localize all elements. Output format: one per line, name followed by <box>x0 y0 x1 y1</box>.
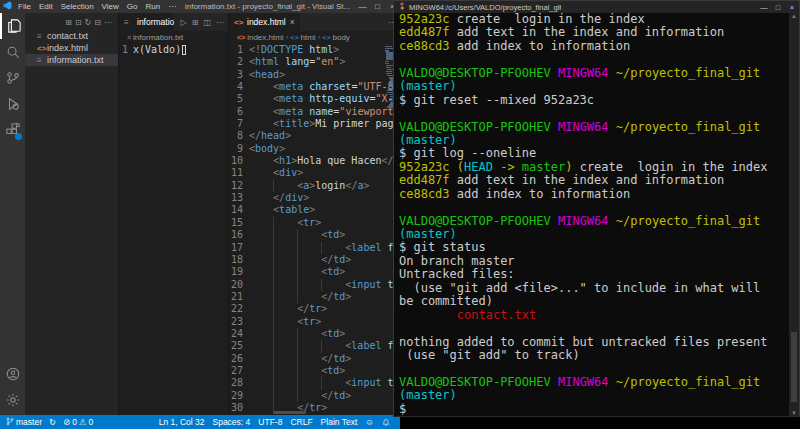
new-folder-icon[interactable]: ⊡ <box>75 18 82 27</box>
line-content: <tr> <box>249 217 321 229</box>
cursor-position[interactable]: Ln 1, Col 32 <box>159 417 205 427</box>
notifications-bell-icon[interactable] <box>382 418 390 427</box>
terminal-output[interactable]: 952a23c create login in the indexedd487f… <box>394 13 789 416</box>
code-token: > <box>339 56 345 67</box>
accounts-icon[interactable] <box>0 361 25 387</box>
code-token: > <box>363 180 369 191</box>
file-item-information.txt[interactable]: ≡information.txt <box>25 54 118 66</box>
editor-action-icon[interactable]: ◫ <box>203 18 211 27</box>
horizontal-scrollbar[interactable] <box>274 411 306 414</box>
tab-information-txt[interactable]: ≡ information.t <box>119 13 175 31</box>
file-name: contact.txt <box>47 31 88 41</box>
refresh-icon[interactable]: ↻ <box>85 18 92 27</box>
indentation[interactable]: Spaces: 4 <box>213 417 251 427</box>
indent-guide <box>273 377 297 389</box>
editor-action-icon[interactable]: ⊞ <box>192 18 199 27</box>
file-item-index.html[interactable]: <>index.html <box>25 42 118 54</box>
breadcrumb-item[interactable]: html <box>301 33 316 42</box>
tabbar-1: ≡ information.t ▷⊞◫⋯ <box>119 13 228 31</box>
editor-action-icon[interactable]: ⋯ <box>216 18 224 27</box>
terminal-text <box>551 214 558 228</box>
settings-gear-icon[interactable] <box>0 387 25 413</box>
breadcrumb-2[interactable]: <>index.html›<>html›<>body <box>229 31 400 44</box>
activity-source-control-icon[interactable] <box>0 65 25 91</box>
scrollbar-thumb[interactable] <box>791 332 797 402</box>
text-cursor <box>182 45 186 55</box>
terminal-line <box>399 322 789 335</box>
editor-1-code[interactable]: 1x(Valdo) <box>119 44 228 415</box>
terminal-text: (master) <box>399 388 457 402</box>
sync-button[interactable]: ↻ <box>49 417 56 427</box>
more-actions-icon[interactable]: ⋯ <box>104 18 112 27</box>
terminal-line: (use "git add <file>..." to include in w… <box>399 282 789 295</box>
file-item-contact.txt[interactable]: ≡contact.txt <box>25 30 118 42</box>
tab-close-icon[interactable]: × <box>290 17 295 27</box>
indent-guide <box>321 279 345 291</box>
code-line: 11<div> <box>229 167 400 179</box>
collapse-folders-icon[interactable]: ⊟ <box>94 18 101 27</box>
line-content: <meta http-equiv="X-UA-Compatible"> <box>249 93 400 105</box>
terminal-line: ce88cd3 add index to information <box>399 40 789 53</box>
indent-guide <box>249 390 273 402</box>
code-line: 29</td> <box>229 390 400 402</box>
minimize-button[interactable]: — <box>355 2 370 11</box>
code-token: Hola que Hacen <box>297 155 381 166</box>
terminal-maximize-button[interactable]: □ <box>771 3 785 12</box>
indent-guide <box>297 390 321 402</box>
line-content: <h1>Hola que Hacen</h1> <box>249 155 400 167</box>
new-file-icon[interactable]: ⊞ <box>65 18 72 27</box>
language-mode[interactable]: Plain Text <box>321 417 358 427</box>
code-token: name <box>309 106 333 117</box>
indent-guide <box>273 217 297 229</box>
code-line: 5<meta http-equiv="X-UA-Compatible"> <box>229 93 400 105</box>
menu-bar: FileEditSelectionViewGoRun⋯ <box>14 2 180 11</box>
line-content: <input type="text"> <box>249 279 400 291</box>
tab-index-html[interactable]: <> index.html × <box>229 13 301 31</box>
activity-extensions-icon[interactable] <box>0 117 25 143</box>
line-number: 23 <box>229 316 249 328</box>
editor-2-code[interactable]: 1<!DOCTYPE html>2<html lang="en">3<head>… <box>229 44 400 415</box>
menu-item-view[interactable]: View <box>98 2 123 11</box>
breadcrumb-1[interactable]: ≡ information.txt <box>119 31 228 44</box>
menu-item-edit[interactable]: Edit <box>35 2 57 11</box>
scroll-down-icon[interactable]: ▼ <box>791 410 797 416</box>
eol[interactable]: CRLF <box>290 417 312 427</box>
activity-run-debug-icon[interactable] <box>0 91 25 117</box>
terminal-text: be committed) <box>399 294 493 308</box>
terminal-minimize-button[interactable]: — <box>757 3 771 12</box>
breadcrumb-item[interactable]: index.html <box>247 33 283 42</box>
menu-item-go[interactable]: Go <box>123 2 142 11</box>
terminal-line: (use "git add" to track) <box>399 349 789 362</box>
code-token: login <box>315 180 345 191</box>
activity-explorer-icon[interactable] <box>0 13 25 39</box>
code-token: </ <box>297 303 309 314</box>
breadcrumb-item[interactable]: information.txt <box>133 33 183 42</box>
terminal-text: edd487f <box>399 25 450 39</box>
extensions-badge <box>15 133 22 140</box>
activity-search-icon[interactable] <box>0 39 25 65</box>
editor-action-icon[interactable]: ▷ <box>181 18 187 27</box>
maximize-button[interactable]: □ <box>370 2 385 11</box>
indent-guide <box>249 254 273 266</box>
breadcrumb-item[interactable]: body <box>333 33 350 42</box>
feedback-icon[interactable]: ☺ <box>365 417 374 427</box>
problems-indicator[interactable]: ⊘ 0 ⚠ 0 <box>63 417 93 427</box>
line-content: <table> <box>249 204 315 216</box>
indent-guide <box>273 229 297 241</box>
code-token: td <box>327 266 339 277</box>
editor-actions-1: ▷⊞◫⋯ <box>181 13 228 31</box>
menu-item-⋯[interactable]: ⋯ <box>164 2 180 11</box>
scroll-up-icon[interactable]: ▲ <box>791 13 797 19</box>
terminal-close-button[interactable]: × <box>785 3 799 12</box>
menu-item-selection[interactable]: Selection <box>57 2 98 11</box>
code-token: > <box>333 44 339 55</box>
branch-indicator[interactable]: master <box>6 417 42 428</box>
encoding[interactable]: UTF-8 <box>258 417 282 427</box>
menu-item-file[interactable]: File <box>14 2 35 11</box>
indent-guide <box>249 229 273 241</box>
menu-item-run[interactable]: Run <box>141 2 164 11</box>
code-token: > <box>309 204 315 215</box>
code-line: 24<td> <box>229 328 400 340</box>
terminal-scrollbar[interactable]: ▲ ▼ <box>789 13 799 416</box>
terminal-line: VALDO@DESKTOP-PFOOHEV MINGW64 ~/proyecto… <box>399 67 789 80</box>
